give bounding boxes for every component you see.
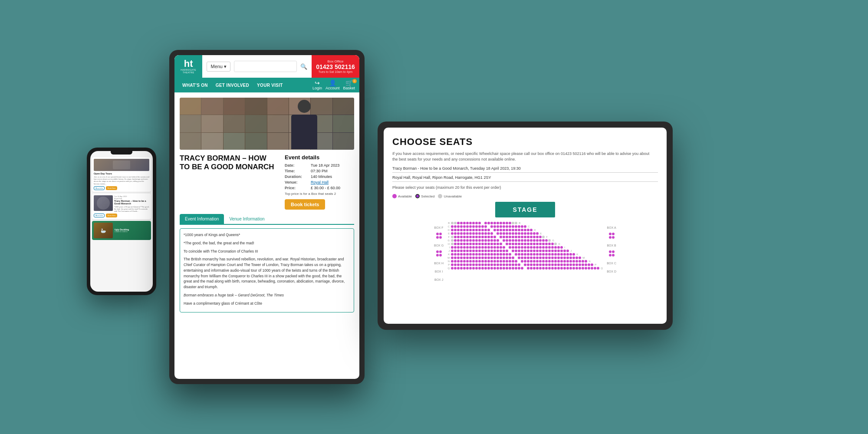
seat[interactable] (612, 233, 615, 235)
seat[interactable] (527, 250, 529, 252)
seat[interactable] (509, 260, 511, 263)
seat[interactable] (560, 263, 563, 266)
seat[interactable] (460, 225, 463, 228)
seat[interactable] (460, 246, 463, 249)
seat[interactable] (439, 236, 442, 239)
seat[interactable] (515, 263, 517, 266)
seat[interactable] (478, 250, 481, 252)
seat[interactable] (478, 243, 481, 245)
seat[interactable] (560, 256, 563, 259)
seat[interactable] (542, 239, 545, 242)
seat[interactable] (527, 267, 529, 270)
seat[interactable] (548, 246, 551, 249)
seat[interactable] (466, 256, 469, 259)
seat[interactable] (478, 225, 481, 228)
seat[interactable] (478, 260, 481, 263)
seat[interactable] (484, 263, 487, 266)
seat[interactable] (490, 225, 493, 228)
seat[interactable] (569, 260, 572, 263)
seat[interactable] (536, 243, 539, 245)
seat[interactable] (521, 267, 523, 270)
seat[interactable] (451, 225, 454, 228)
seat[interactable] (512, 263, 514, 266)
seat[interactable] (512, 256, 514, 259)
seat[interactable] (500, 256, 502, 259)
seat[interactable] (484, 243, 487, 245)
seat[interactable] (451, 236, 454, 238)
seat[interactable] (521, 232, 523, 235)
seat[interactable] (530, 232, 533, 235)
seat[interactable] (457, 246, 460, 249)
seat[interactable] (478, 267, 481, 270)
seat[interactable] (518, 225, 520, 228)
seat[interactable] (506, 253, 508, 256)
seat[interactable] (563, 263, 566, 266)
seat[interactable] (533, 256, 536, 259)
seat[interactable] (466, 267, 469, 270)
seat[interactable] (506, 229, 508, 231)
seat[interactable] (469, 263, 472, 266)
seat[interactable] (506, 256, 508, 259)
seat[interactable] (487, 232, 490, 235)
seat[interactable] (536, 256, 539, 259)
seat[interactable] (469, 253, 472, 256)
seat[interactable] (554, 267, 557, 270)
seat[interactable] (551, 253, 554, 256)
seat[interactable] (496, 232, 499, 235)
seat[interactable] (515, 239, 517, 242)
seat[interactable] (545, 246, 548, 249)
seat[interactable] (515, 267, 517, 270)
seat[interactable] (530, 229, 533, 231)
seat[interactable] (585, 260, 587, 263)
seat[interactable] (463, 256, 466, 259)
seat[interactable] (463, 232, 466, 235)
seat[interactable] (524, 232, 526, 235)
seat[interactable] (463, 229, 466, 231)
seat[interactable] (457, 222, 460, 224)
seat[interactable] (506, 225, 508, 228)
seat[interactable] (524, 236, 526, 238)
seat[interactable] (503, 222, 505, 224)
seat[interactable] (475, 260, 478, 263)
seat[interactable] (533, 260, 536, 263)
seat[interactable] (493, 267, 496, 270)
seat[interactable] (521, 256, 523, 259)
seat[interactable] (436, 250, 439, 253)
seat[interactable] (466, 246, 469, 249)
nav-whats-on[interactable]: WHAT'S ON (179, 78, 211, 92)
seat[interactable] (569, 267, 572, 270)
seat[interactable] (551, 243, 554, 245)
seat[interactable] (563, 256, 566, 259)
seat[interactable] (609, 236, 612, 239)
seat[interactable] (512, 246, 514, 249)
seat[interactable] (481, 250, 484, 252)
seat[interactable] (566, 250, 569, 252)
seat[interactable] (451, 253, 454, 256)
seat[interactable] (579, 263, 581, 266)
seat[interactable] (533, 263, 536, 266)
seat[interactable] (484, 250, 487, 252)
seat[interactable] (554, 250, 557, 252)
seat[interactable] (533, 239, 536, 242)
seat[interactable] (585, 263, 587, 266)
seat[interactable] (512, 232, 514, 235)
seat[interactable] (572, 256, 575, 259)
tablet-menu-btn[interactable]: Menu ▾ (207, 62, 230, 72)
seat[interactable] (582, 267, 584, 270)
seat[interactable] (554, 243, 557, 245)
seat[interactable] (481, 243, 484, 245)
seat[interactable] (493, 243, 496, 245)
seat[interactable] (451, 263, 454, 266)
phone-event-more-btn[interactable]: More Info (94, 214, 105, 217)
seat[interactable] (533, 232, 536, 235)
seat[interactable] (475, 239, 478, 242)
seat[interactable] (536, 239, 539, 242)
seat[interactable] (554, 260, 557, 263)
seat[interactable] (557, 256, 560, 259)
seat[interactable] (521, 243, 523, 245)
seat[interactable] (503, 253, 505, 256)
seat[interactable] (518, 253, 520, 256)
seat[interactable] (469, 229, 472, 231)
seat[interactable] (478, 239, 481, 242)
seat[interactable] (451, 246, 454, 249)
